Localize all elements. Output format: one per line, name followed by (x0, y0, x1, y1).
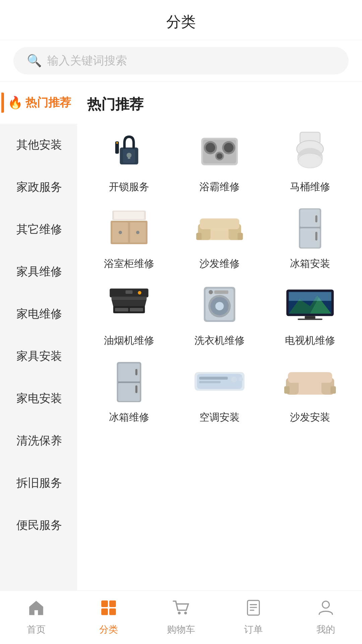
search-input-wrapper[interactable]: 🔍 输入关键词搜索 (13, 47, 349, 74)
svg-rect-81 (101, 608, 108, 615)
svg-point-83 (178, 611, 181, 614)
svg-point-5 (116, 142, 118, 144)
svg-rect-60 (289, 292, 331, 301)
svg-point-71 (231, 376, 237, 382)
svg-point-84 (184, 611, 187, 614)
grid-item-fridge-repair[interactable]: 冰箱维修 (87, 358, 171, 424)
svg-point-50 (215, 302, 224, 310)
sidebar-item-other-repair[interactable]: 其它维修 (0, 208, 77, 251)
svg-rect-43 (130, 308, 143, 312)
product-label-bathroom-cabinet: 浴室柜维修 (104, 257, 154, 271)
category-icon (100, 599, 117, 621)
grid-item-tv[interactable]: 电视机维修 (268, 281, 352, 347)
product-label-bath-heater: 浴霸维修 (199, 180, 240, 194)
mine-icon (317, 599, 335, 621)
svg-rect-70 (199, 381, 221, 383)
nav-label-home: 首页 (27, 623, 46, 636)
svg-rect-36 (315, 232, 317, 240)
svg-rect-77 (284, 386, 290, 393)
svg-rect-78 (330, 386, 336, 393)
svg-rect-56 (305, 316, 315, 319)
product-label-fridge-install: 冰箱安装 (290, 257, 330, 271)
product-grid: 开锁服务 浴霸维修 马桶维修 浴室柜维修 (87, 127, 352, 424)
nav-label-category: 分类 (99, 623, 118, 636)
svg-point-11 (224, 143, 233, 152)
svg-rect-31 (238, 233, 243, 240)
grid-item-bathroom-cabinet[interactable]: 浴室柜维修 (87, 204, 171, 271)
grid-item-washer[interactable]: 洗衣机维修 (178, 281, 261, 347)
product-icon-toilet (283, 127, 337, 174)
sidebar-item-convenience[interactable]: 便民服务 (0, 504, 77, 546)
grid-item-range-hood[interactable]: 油烟机维修 (87, 281, 171, 347)
product-icon-sofa-install (283, 358, 337, 405)
sidebar-item-furniture-repair[interactable]: 家具维修 (0, 251, 77, 293)
nav-item-orders[interactable]: 订单 (227, 599, 280, 636)
svg-point-51 (209, 290, 213, 294)
nav-item-category[interactable]: 分类 (82, 599, 135, 636)
svg-rect-80 (109, 600, 116, 607)
sidebar-item-furniture-install[interactable]: 家具安装 (0, 335, 77, 377)
sidebar-item-home-service[interactable]: 家政服务 (0, 166, 77, 208)
product-label-range-hood: 油烟机维修 (104, 334, 154, 347)
sidebar-item-cleaning[interactable]: 清洗保养 (0, 420, 77, 462)
svg-rect-64 (118, 381, 140, 383)
product-icon-fridge-install (283, 204, 337, 251)
nav-item-home[interactable]: 首页 (9, 599, 63, 636)
section-title: 热门推荐 (87, 95, 143, 114)
nav-item-mine[interactable]: 我的 (299, 599, 353, 636)
svg-rect-37 (300, 227, 321, 228)
product-label-locksmith: 开锁服务 (109, 180, 149, 194)
sidebar-item-label: 热门推荐 (25, 95, 71, 110)
svg-rect-82 (109, 608, 116, 615)
section-header: 热门推荐 (87, 95, 352, 127)
grid-item-bath-heater[interactable]: 浴霸维修 (178, 127, 261, 194)
product-label-toilet: 马桶维修 (290, 180, 330, 194)
svg-rect-42 (115, 308, 128, 312)
svg-rect-35 (315, 215, 317, 222)
product-label-sofa-install: 沙发安装 (290, 411, 330, 424)
svg-rect-25 (114, 212, 144, 219)
product-icon-fridge-repair (102, 358, 156, 405)
grid-item-toilet[interactable]: 马桶维修 (268, 127, 352, 194)
grid-item-ac-install[interactable]: 空调安装 (178, 358, 261, 424)
nav-label-orders: 订单 (244, 623, 263, 636)
svg-rect-76 (288, 372, 332, 383)
svg-rect-79 (101, 600, 108, 607)
sidebar-item-appliance-repair[interactable]: 家电维修 (0, 293, 77, 335)
product-icon-bath-heater (193, 127, 246, 174)
page-title: 分类 (166, 13, 196, 30)
cart-icon (172, 599, 190, 621)
product-icon-washer (193, 281, 246, 328)
grid-item-sofa-install[interactable]: 沙发安装 (268, 358, 352, 424)
hot-icon: 🔥 (8, 96, 23, 110)
grid-item-sofa-repair[interactable]: 沙发维修 (178, 204, 261, 271)
sidebar-item-hot[interactable]: 🔥热门推荐 (0, 82, 77, 124)
sidebar-item-demolish[interactable]: 拆旧服务 (0, 462, 77, 504)
sidebar-item-other-install[interactable]: 其他安装 (0, 124, 77, 166)
svg-rect-39 (112, 297, 147, 299)
nav-label-mine: 我的 (316, 623, 335, 636)
svg-rect-29 (200, 218, 239, 229)
main-layout: 🔥热门推荐其他安装家政服务其它维修家具维修家电维修家具安装家电安装清洗保养拆旧服… (0, 82, 362, 590)
svg-rect-57 (298, 318, 322, 320)
product-icon-sofa-repair (193, 204, 246, 251)
product-label-tv: 电视机维修 (285, 334, 335, 347)
product-label-sofa-repair: 沙发维修 (199, 257, 240, 271)
nav-label-cart: 购物车 (167, 623, 195, 636)
svg-point-72 (239, 377, 243, 381)
grid-item-fridge-install[interactable]: 冰箱安装 (268, 204, 352, 271)
svg-rect-69 (199, 377, 228, 380)
sidebar: 🔥热门推荐其他安装家政服务其它维修家具维修家电维修家具安装家电安装清洗保养拆旧服… (0, 82, 77, 590)
product-icon-tv (283, 281, 337, 328)
sidebar-item-appliance-install[interactable]: 家电安装 (0, 377, 77, 420)
search-placeholder-text: 输入关键词搜索 (47, 53, 127, 68)
svg-rect-52 (214, 290, 228, 293)
grid-item-locksmith[interactable]: 开锁服务 (87, 127, 171, 194)
search-bar[interactable]: 🔍 输入关键词搜索 (0, 40, 362, 82)
svg-point-22 (119, 231, 122, 234)
svg-point-89 (322, 601, 329, 608)
product-icon-bathroom-cabinet (102, 204, 156, 251)
svg-point-9 (206, 143, 215, 152)
nav-item-cart[interactable]: 购物车 (154, 599, 208, 636)
svg-rect-3 (128, 155, 130, 159)
